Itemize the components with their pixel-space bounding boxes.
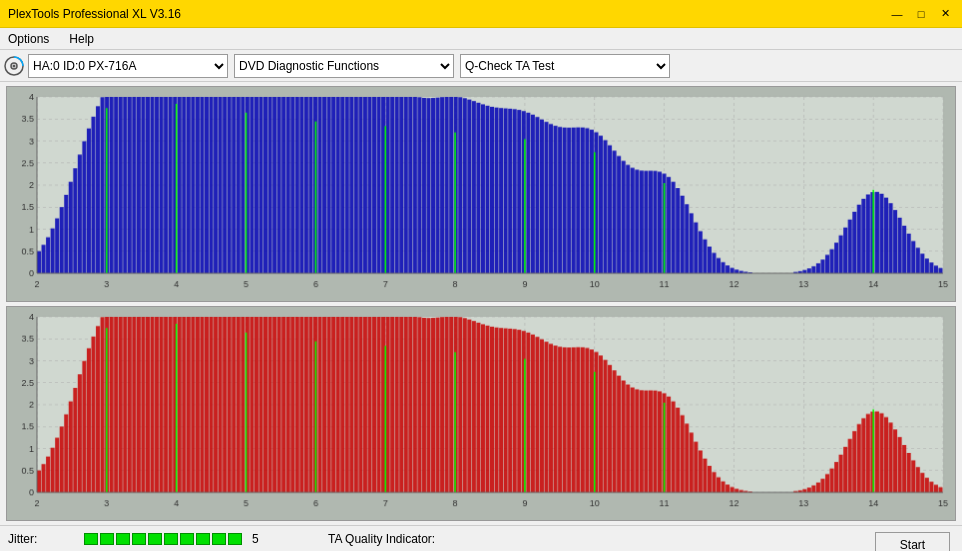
disc-icon — [4, 56, 24, 76]
start-button-area: Start ⓘ — [875, 532, 954, 551]
bar-segment — [116, 533, 130, 545]
top-chart — [7, 87, 955, 301]
bar-segment — [132, 533, 146, 545]
svg-point-2 — [13, 64, 16, 67]
bar-segment — [84, 533, 98, 545]
bottom-panel: Jitter: 5 Peak Shift: 5 TA Quality Indic… — [0, 525, 962, 551]
toolbar: HA:0 ID:0 PX-716A DVD Diagnostic Functio… — [0, 50, 962, 82]
bottom-chart — [7, 307, 955, 521]
jitter-row: Jitter: 5 — [8, 532, 308, 546]
bar-segment — [196, 533, 210, 545]
bar-segment — [164, 533, 178, 545]
menu-bar: Options Help — [0, 28, 962, 50]
maximize-button[interactable]: □ — [912, 7, 930, 21]
device-dropdown[interactable]: HA:0 ID:0 PX-716A — [28, 54, 228, 78]
minimize-button[interactable]: — — [888, 7, 906, 21]
ta-quality-label: TA Quality Indicator: — [328, 532, 435, 546]
jitter-label: Jitter: — [8, 532, 78, 546]
test-dropdown[interactable]: Q-Check TA Test — [460, 54, 670, 78]
function-dropdown[interactable]: DVD Diagnostic Functions — [234, 54, 454, 78]
bar-segment — [212, 533, 226, 545]
jitter-value: 5 — [252, 532, 259, 546]
title-bar: PlexTools Professional XL V3.16 — □ ✕ — [0, 0, 962, 28]
ta-quality-section: TA Quality Indicator: Excellent — [308, 532, 508, 551]
device-selector-group: HA:0 ID:0 PX-716A — [4, 54, 228, 78]
bar-segment — [100, 533, 114, 545]
close-button[interactable]: ✕ — [936, 7, 954, 21]
metrics-left: Jitter: 5 Peak Shift: 5 — [8, 532, 308, 551]
menu-help[interactable]: Help — [65, 30, 98, 48]
menu-options[interactable]: Options — [4, 30, 53, 48]
bottom-chart-container — [6, 306, 956, 522]
start-button[interactable]: Start — [875, 532, 950, 551]
bar-segment — [180, 533, 194, 545]
top-chart-container — [6, 86, 956, 302]
jitter-bar — [84, 533, 242, 545]
bar-segment — [228, 533, 242, 545]
main-content — [0, 82, 962, 525]
app-title: PlexTools Professional XL V3.16 — [8, 7, 181, 21]
bar-segment — [148, 533, 162, 545]
window-controls: — □ ✕ — [888, 7, 954, 21]
